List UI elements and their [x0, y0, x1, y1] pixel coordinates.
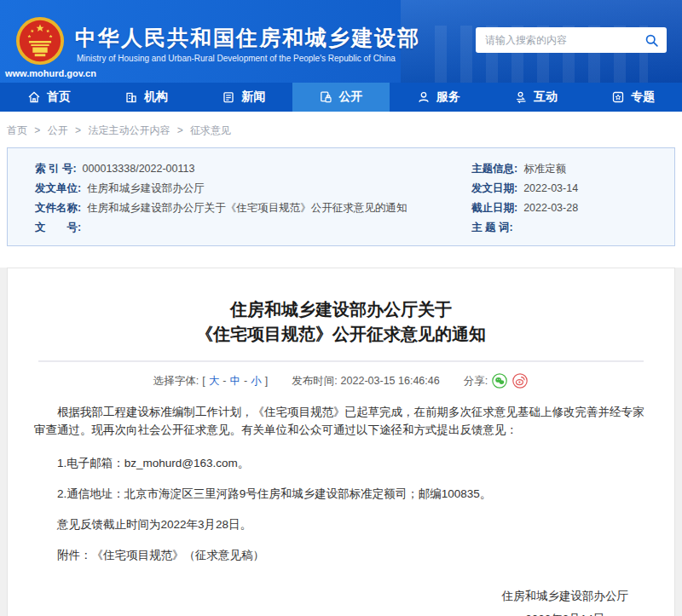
article-title-line1: 住房和城乡建设部办公厅关于: [230, 300, 452, 319]
weibo-icon: [512, 373, 528, 389]
document-lock-icon: [319, 90, 332, 104]
main-nav: 首页 机构 新闻 公开 服务: [0, 83, 682, 112]
national-emblem-icon: [15, 16, 65, 66]
breadcrumb-separator: >: [75, 124, 81, 136]
meta-label: 主题信息:: [471, 159, 517, 179]
font-size-separator: -: [244, 375, 247, 387]
nav-label: 机构: [144, 89, 168, 105]
article-paragraph: 根据我部工程建设标准编制工作计划，《住宅项目规范》已起草完成，在前期多次征求意见…: [34, 403, 648, 439]
meta-value: 000013338/2022-00113: [83, 159, 195, 179]
publish-time-group: 发布时间: 2022-03-15 16:46:46: [292, 374, 440, 389]
meta-value: 住房和城乡建设部办公厅: [87, 179, 205, 199]
site-title-english: Ministry of Housing and Urban-Rural Deve…: [77, 54, 396, 63]
article-paragraph-address: 2.通信地址：北京市海淀区三里河路9号住房和城乡建设部标准定额司；邮编10083…: [34, 485, 648, 503]
attachment-link[interactable]: 附件：《住宅项目规范》（征求意见稿）: [34, 546, 648, 564]
article-title: 住房和城乡建设部办公厅关于 《住宅项目规范》公开征求意见的通知: [8, 297, 674, 347]
breadcrumb-solicit-opinions[interactable]: 征求意见: [190, 124, 231, 136]
article-content-box: 住房和城乡建设部办公厅关于 《住宅项目规范》公开征求意见的通知 选择字体: [ …: [7, 268, 675, 616]
site-title: 中华人民共和国住房和城乡建设部: [75, 24, 420, 52]
breadcrumb-separator: >: [177, 124, 183, 136]
meta-column-left: 索 引 号: 000013338/2022-00113 发文单位: 住房和城乡建…: [8, 159, 471, 238]
meta-label: 截止日期:: [471, 199, 517, 218]
document-meta-table: 索 引 号: 000013338/2022-00113 发文单位: 住房和城乡建…: [7, 147, 675, 246]
meta-row-index-number: 索 引 号: 000013338/2022-00113: [35, 159, 471, 179]
meta-row-document-number: 文 号:: [35, 218, 471, 238]
bracket-open: [: [202, 375, 205, 387]
site-url: www.mohurd.gov.cn: [5, 68, 96, 78]
font-size-selector: 选择字体: [ 大 - 中 - 小 ]: [153, 374, 268, 389]
article-meta-bar: 选择字体: [ 大 - 中 - 小 ] 发布时间: 2022-03-15 16:…: [8, 373, 674, 389]
title-divider: [38, 360, 644, 362]
article-title-line2: 《住宅项目规范》公开征求意见的通知: [196, 325, 486, 343]
meta-value: 2022-03-14: [523, 179, 578, 199]
font-size-small[interactable]: 小: [251, 374, 262, 389]
search-icon: [644, 33, 659, 48]
breadcrumb-statutory-disclosure[interactable]: 法定主动公开内容: [88, 124, 170, 136]
person-icon: [417, 90, 431, 104]
nav-label: 公开: [338, 89, 362, 105]
share-group: 分享:: [464, 373, 529, 389]
font-size-large[interactable]: 大: [209, 374, 220, 389]
breadcrumb: 首页 > 公开 > 法定主动公开内容 > 征求意见: [0, 112, 682, 147]
bracket-close: ]: [265, 375, 268, 387]
nav-item-disclosure[interactable]: 公开: [292, 83, 390, 112]
meta-column-right: 主题信息: 标准定额 发文日期: 2022-03-14 截止日期: 2022-0…: [471, 159, 674, 238]
meta-value: 标准定额: [523, 159, 566, 179]
interaction-arrows-icon: [514, 90, 528, 104]
font-size-label: 选择字体:: [153, 374, 199, 389]
article-paragraph-deadline: 意见反馈截止时间为2022年3月28日。: [34, 515, 648, 533]
meta-row-issuing-unit: 发文单位: 住房和城乡建设部办公厅: [35, 179, 471, 199]
search-input[interactable]: [483, 33, 644, 47]
article-section: 住房和城乡建设部办公厅关于 《住宅项目规范》公开征求意见的通知 选择字体: [ …: [0, 268, 682, 616]
article-body: 根据我部工程建设标准编制工作计划，《住宅项目规范》已起草完成，在前期多次征求意见…: [8, 389, 674, 564]
font-size-medium[interactable]: 中: [229, 374, 240, 389]
meta-row-deadline-date: 截止日期: 2022-03-28: [471, 199, 669, 218]
signature-block: 住房和城乡建设部办公厅 2022年3月14日: [502, 584, 629, 616]
share-label: 分享:: [464, 374, 488, 389]
breadcrumb-disclosure[interactable]: 公开: [48, 124, 68, 136]
nav-item-special-topics[interactable]: 专题: [585, 83, 682, 112]
signature-date: 2022年3月14日: [502, 607, 629, 616]
nav-label: 专题: [631, 89, 655, 105]
breadcrumb-home[interactable]: 首页: [7, 124, 27, 136]
nav-item-services[interactable]: 服务: [390, 83, 487, 112]
meta-row-topic-info: 主题信息: 标准定额: [471, 159, 669, 179]
nav-label: 互动: [534, 89, 558, 105]
nav-label: 服务: [436, 89, 460, 105]
wechat-icon: [492, 373, 507, 389]
publish-time-label: 发布时间:: [292, 374, 337, 389]
nav-item-news[interactable]: 新闻: [195, 83, 292, 112]
search-bar: [476, 27, 667, 53]
signature-organization: 住房和城乡建设部办公厅: [502, 584, 629, 607]
star-badge-icon: [611, 90, 625, 104]
news-icon: [222, 90, 235, 104]
nav-label: 首页: [47, 89, 71, 105]
meta-label: 文件名称:: [35, 199, 81, 218]
article-paragraph-email: 1.电子邮箱：bz_mohurd@163.com。: [34, 454, 648, 472]
home-icon: [27, 90, 41, 104]
share-weibo-button[interactable]: [512, 373, 529, 389]
publish-time-value: 2022-03-15 16:46:46: [341, 375, 440, 387]
nav-item-home[interactable]: 首页: [0, 83, 97, 112]
meta-label: 文 号:: [35, 218, 81, 238]
breadcrumb-separator: >: [34, 124, 40, 136]
nav-item-organization[interactable]: 机构: [97, 83, 194, 112]
search-button[interactable]: [644, 33, 659, 48]
meta-row-issue-date: 发文日期: 2022-03-14: [471, 179, 669, 199]
meta-value: 住房和城乡建设部办公厅关于《住宅项目规范》公开征求意见的通知: [87, 199, 407, 218]
meta-row-document-name: 文件名称: 住房和城乡建设部办公厅关于《住宅项目规范》公开征求意见的通知: [35, 199, 471, 218]
meta-value: 2022-03-28: [523, 199, 578, 218]
nav-label: 新闻: [241, 89, 265, 105]
font-size-separator: -: [223, 375, 226, 387]
meta-row-keywords: 主 题 词:: [471, 218, 669, 238]
site-header: 中华人民共和国住房和城乡建设部 Ministry of Housing and …: [0, 0, 682, 83]
meta-label: 发文日期:: [471, 179, 517, 199]
meta-label: 主 题 词:: [471, 218, 513, 238]
nav-item-interaction[interactable]: 互动: [487, 83, 584, 112]
meta-label: 发文单位:: [35, 179, 81, 199]
share-wechat-button[interactable]: [491, 373, 508, 389]
meta-label: 索 引 号:: [35, 159, 77, 179]
building-icon: [124, 90, 138, 104]
